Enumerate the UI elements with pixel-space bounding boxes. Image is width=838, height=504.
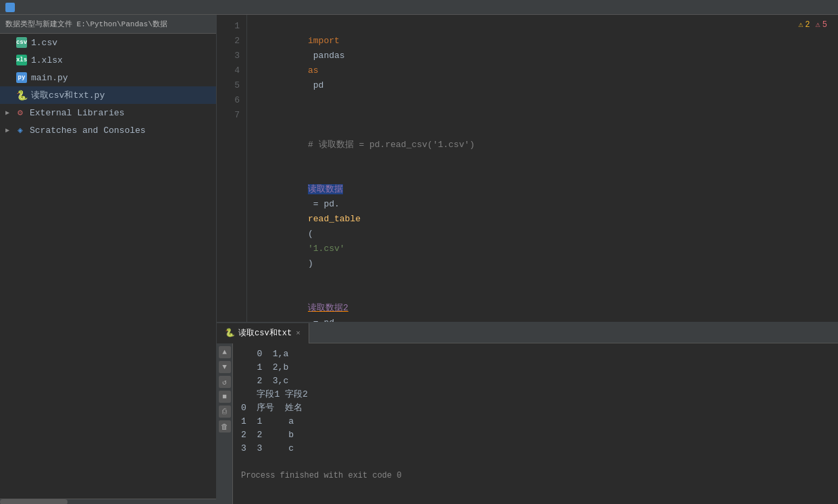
err-count: 5 (822, 18, 827, 32)
trash-btn[interactable]: 🗑 (219, 420, 231, 432)
sidebar-item-csv[interactable]: csv 1.csv (0, 34, 216, 51)
extlibs-arrow: ▶ (5, 109, 12, 117)
sidebar-item-extlibs-label: External Libraries (30, 108, 124, 118)
sidebar-item-xlsx-label: 1.xlsx (31, 55, 63, 65)
bottom-output: 0 1,a 1 2,b 2 3,c 字段1 字段2 0 序号 姓名 1 1 a … (233, 343, 838, 504)
warning-badge: ⚠ 2 (798, 18, 810, 32)
csv-file-icon: csv (16, 37, 27, 48)
as-keyword: as (308, 65, 319, 76)
sidebar: 数据类型与新建文件 E:\Python\Pandas\数据 csv 1.csv … (0, 15, 217, 504)
top-bar (0, 0, 838, 15)
output-line-5: 1 1 a (241, 415, 830, 428)
sidebar-header-title: 数据类型与新建文件 E:\Python\Pandas\数据 (5, 19, 167, 29)
bottom-tabs: 🐍 读取csv和txt × (217, 323, 838, 343)
comment-line3: # 读取数据 = pd.read_csv('1.csv') (308, 140, 475, 150)
code-line-5: 读取数据2 = pd. read_table ( '1.csv' , ␣ sep… (255, 286, 830, 322)
line-num-1: 1 (217, 19, 240, 34)
scratch-arrow: ▶ (5, 126, 12, 134)
code-content[interactable]: ⚠ 2 ⚠ 5 import pandas as pd (247, 15, 838, 322)
str-csv-4: '1.csv' (308, 244, 345, 254)
tab-python-icon: 🐍 (225, 328, 235, 338)
error-badge: ⚠ 5 (816, 18, 827, 32)
output-line-1: 1 2,b (241, 361, 830, 374)
code-line-1: import pandas as pd (255, 19, 830, 108)
line-num-2: 2 (217, 34, 240, 49)
sidebar-scrollbar-thumb[interactable] (0, 499, 68, 504)
line-num-5: 5 (217, 78, 240, 93)
sidebar-item-xlsx[interactable]: xls 1.xlsx (0, 51, 216, 69)
output-line-2: 2 3,c (241, 374, 830, 388)
print-btn[interactable]: ⎙ (219, 405, 231, 418)
sidebar-item-mainpy-label: main.py (31, 73, 68, 83)
output-line-6: 2 2 b (241, 428, 830, 442)
sidebar-scrollbar[interactable] (0, 499, 216, 504)
sidebar-item-readfile-label: 读取csv和txt.py (31, 89, 105, 101)
output-line-4: 0 序号 姓名 (241, 401, 830, 415)
scroll-down-btn[interactable]: ▼ (219, 361, 231, 373)
line-num-6: 6 (217, 93, 240, 108)
err-icon: ⚠ (816, 18, 820, 32)
readfile-icon: 🐍 (16, 90, 27, 101)
output-line-3: 字段1 字段2 (241, 388, 830, 401)
code-line-2 (255, 108, 830, 123)
line-numbers: 1 2 3 4 5 6 7 (217, 15, 247, 322)
xlsx-file-icon: xls (16, 55, 27, 65)
folder-icon (5, 3, 15, 12)
rerun-btn[interactable]: ↺ (219, 376, 231, 388)
warn-icon: ⚠ (798, 18, 803, 32)
mainpy-file-icon: py (16, 72, 27, 83)
line-num-3: 3 (217, 49, 240, 63)
sidebar-item-scratch-label: Scratches and Consoles (30, 125, 146, 136)
bottom-tab-label: 读取csv和txt (238, 327, 292, 339)
line-num-7: 7 (217, 108, 240, 123)
line-num-4: 4 (217, 63, 240, 78)
extlibs-icon: ⚙ (15, 107, 26, 118)
import-keyword: import (308, 36, 340, 46)
bottom-side-controls: ▲ ▼ ↺ ■ ⎙ 🗑 (217, 343, 233, 504)
bottom-content-wrapper: ▲ ▼ ↺ ■ ⎙ 🗑 0 1,a 1 2,b 2 3,c 字段1 字段2 0 … (217, 343, 838, 504)
output-line-8 (241, 455, 830, 469)
output-line-0: 0 1,a (241, 347, 830, 361)
func-read-table-4: read_table (308, 214, 361, 224)
bottom-panel: 🐍 读取csv和txt × ▲ ▼ ↺ ■ ⎙ 🗑 0 (217, 322, 838, 504)
sidebar-item-scratch[interactable]: ▶ ◈ Scratches and Consoles (0, 121, 216, 139)
warning-badges: ⚠ 2 ⚠ 5 (798, 18, 827, 32)
scratch-icon: ◈ (15, 125, 26, 136)
tab-close-btn[interactable]: × (296, 329, 300, 337)
output-line-9: Process finished with exit code 0 (241, 469, 830, 482)
sidebar-item-readfile[interactable]: 🐍 读取csv和txt.py (0, 86, 216, 104)
warn-count: 2 (805, 18, 810, 32)
stop-btn[interactable]: ■ (219, 391, 231, 403)
main-content: 数据类型与新建文件 E:\Python\Pandas\数据 csv 1.csv … (0, 15, 838, 504)
sidebar-item-csv-label: 1.csv (31, 38, 57, 48)
code-line-4: 读取数据 = pd. read_table ( '1.csv' ) (255, 167, 830, 286)
var-highlight-4: 读取数据 (308, 184, 343, 194)
output-line-7: 3 3 c (241, 442, 830, 455)
sidebar-header: 数据类型与新建文件 E:\Python\Pandas\数据 (0, 15, 216, 34)
sidebar-item-mainpy[interactable]: py main.py (0, 69, 216, 86)
sidebar-item-extlibs[interactable]: ▶ ⚙ External Libraries (0, 104, 216, 121)
editor-area: 1 2 3 4 5 6 7 ⚠ 2 ⚠ 5 (217, 15, 838, 504)
code-line-3: # 读取数据 = pd.read_csv('1.csv') (255, 123, 830, 167)
bottom-tab-readfile[interactable]: 🐍 读取csv和txt × (217, 323, 309, 343)
editor-main: 1 2 3 4 5 6 7 ⚠ 2 ⚠ 5 (217, 15, 838, 322)
var-highlight-5: 读取数据2 (308, 303, 348, 313)
scroll-up-btn[interactable]: ▲ (219, 346, 231, 358)
